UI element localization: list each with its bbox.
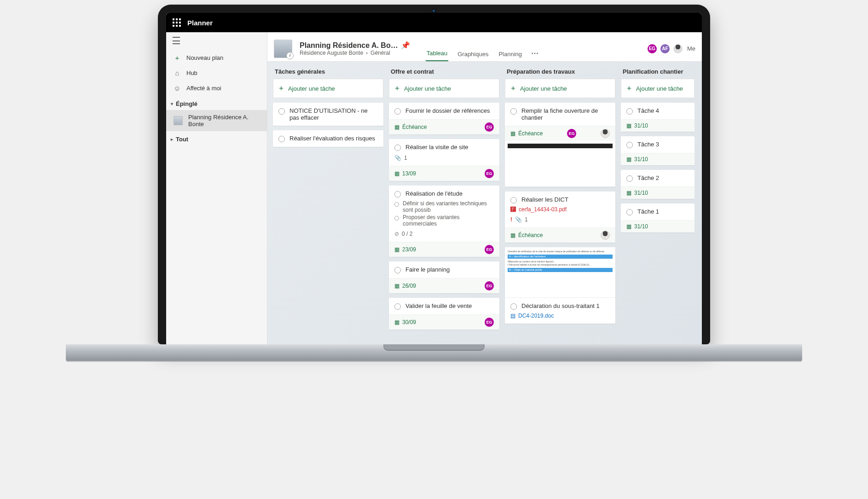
add-task-button[interactable]: +Ajouter une tâche xyxy=(621,79,694,98)
task-card[interactable]: Réaliser les DICT🅿cerfa_14434-03.pdf!📎1▦… xyxy=(505,191,615,243)
attachment-icon: 📎 xyxy=(394,155,401,161)
due-date: 23/09 xyxy=(402,246,416,253)
task-card[interactable]: Tâche 4▦31/10 xyxy=(621,103,694,132)
task-card[interactable]: Tâche 3▦31/10 xyxy=(621,136,694,165)
tabs-more-icon[interactable]: ⋯ xyxy=(531,49,539,61)
header-members[interactable]: EG AF Me xyxy=(648,43,695,54)
plus-icon: + xyxy=(279,84,284,93)
pdf-icon: 🅿 xyxy=(510,206,516,213)
task-title: Tâche 3 xyxy=(637,141,659,148)
complete-checkbox[interactable] xyxy=(278,108,285,115)
calendar-icon: ▦ xyxy=(626,223,631,230)
bucket: Tâches générales+Ajouter une tâcheNOTICE… xyxy=(273,67,383,339)
due-date: 13/09 xyxy=(402,170,416,177)
assignee-avatar: EG xyxy=(485,245,494,254)
sidebar: + Nouveau plan ⌂ Hub ☺ Affecté à moi ▾ É… xyxy=(166,32,267,344)
subtask-checkbox[interactable] xyxy=(394,216,399,220)
plan-thumbnail-icon xyxy=(174,116,183,125)
complete-checkbox[interactable] xyxy=(394,267,401,273)
subtask-label: Définir si des variantes techniques sont… xyxy=(403,200,494,213)
task-title: Réaliser la visite de site xyxy=(405,144,469,151)
attachment-count: 1 xyxy=(404,155,407,161)
bucket-title: Préparation des travaux xyxy=(505,67,615,79)
sidebar-group-all[interactable]: ▸ Tout xyxy=(166,131,267,145)
content-header: Planning Résidence A. Bo… 📌 Résidence Au… xyxy=(267,32,702,62)
task-card[interactable]: Fournir le dossier de références▦Échéanc… xyxy=(389,103,499,134)
screen-bezel: Planner + Nouveau plan ⌂ Hub xyxy=(158,5,710,344)
task-card[interactable]: Checklist de vérification de la note de … xyxy=(505,247,615,324)
attachment-icon: 📎 xyxy=(515,216,522,223)
task-card[interactable]: Réaliser la visite de site📎1▦13/09EG xyxy=(389,139,499,181)
task-due-footer: ▦31/10 xyxy=(621,119,694,132)
task-card[interactable]: Valider la feuille de vente▦30/09EG xyxy=(389,298,499,330)
complete-checkbox[interactable] xyxy=(626,209,633,215)
app-body: + Nouveau plan ⌂ Hub ☺ Affecté à moi ▾ É… xyxy=(166,32,702,344)
task-due-footer: ▦30/09EG xyxy=(389,314,499,330)
add-task-button[interactable]: +Ajouter une tâche xyxy=(505,79,615,98)
task-due-footer: ▦31/10 xyxy=(621,220,694,232)
person-icon: ☺ xyxy=(174,84,181,92)
complete-checkbox[interactable] xyxy=(626,175,633,182)
complete-checkbox[interactable] xyxy=(510,303,517,310)
complete-checkbox[interactable] xyxy=(394,303,401,310)
titlebar: Planner xyxy=(166,13,702,32)
add-task-button[interactable]: +Ajouter une tâche xyxy=(273,79,383,98)
task-due-footer: ▦23/09EG xyxy=(389,242,499,257)
complete-checkbox[interactable] xyxy=(278,136,285,142)
pin-icon[interactable]: 📌 xyxy=(401,41,410,50)
add-task-label: Ajouter une tâche xyxy=(288,85,335,92)
task-card[interactable]: NOTICE D'UTILISATION - ne pas effacer xyxy=(273,103,383,126)
breadcrumb-parent[interactable]: Résidence Auguste Bonte xyxy=(300,50,363,56)
task-card[interactable]: Remplir la fiche ouverture de chantier▦É… xyxy=(505,103,615,187)
sidebar-group-label: Épinglé xyxy=(176,100,197,107)
board: Tâches générales+Ajouter une tâcheNOTICE… xyxy=(267,62,702,344)
assignee-avatar: EG xyxy=(485,281,494,290)
sidebar-item-new-plan[interactable]: + Nouveau plan xyxy=(166,50,267,65)
checklist-icon: ⊘ xyxy=(394,231,399,237)
due-date: 31/10 xyxy=(634,156,648,162)
complete-checkbox[interactable] xyxy=(626,142,633,148)
sidebar-item-hub[interactable]: ⌂ Hub xyxy=(166,65,267,81)
task-card[interactable]: Réalisation de l'étudeDéfinir si des var… xyxy=(389,186,499,257)
complete-checkbox[interactable] xyxy=(510,197,517,203)
tab-tableau[interactable]: Tableau xyxy=(426,50,449,61)
complete-checkbox[interactable] xyxy=(626,108,633,115)
complete-checkbox[interactable] xyxy=(394,108,401,115)
attachment-link[interactable]: 🅿cerfa_14434-03.pdf xyxy=(510,206,610,213)
task-due-footer: ▦ÉchéanceEG xyxy=(505,126,615,141)
add-task-button[interactable]: +Ajouter une tâche xyxy=(389,79,499,98)
subtask-checkbox[interactable] xyxy=(394,202,399,207)
sidebar-group-pinned[interactable]: ▾ Épinglé xyxy=(166,96,267,110)
sidebar-collapse-button[interactable] xyxy=(166,32,267,50)
due-date: 30/09 xyxy=(402,319,416,325)
task-card[interactable]: Tâche 2▦31/10 xyxy=(621,170,694,199)
complete-checkbox[interactable] xyxy=(394,191,401,197)
priority-high-icon: ! xyxy=(510,216,512,223)
attachment-link[interactable]: ▤DC4-2019.doc xyxy=(510,313,610,319)
tab-planning[interactable]: Planning xyxy=(498,51,523,61)
plus-icon: + xyxy=(627,84,631,93)
calendar-icon: ▦ xyxy=(394,283,399,289)
plan-avatar[interactable] xyxy=(274,40,292,58)
app-launcher-icon[interactable] xyxy=(173,18,181,27)
task-meta: !📎1 xyxy=(510,216,610,223)
sidebar-item-assigned[interactable]: ☺ Affecté à moi xyxy=(166,81,267,96)
breadcrumb-child[interactable]: Général xyxy=(370,50,390,56)
sidebar-pinned-plan[interactable]: Planning Résidence A. Bonte xyxy=(166,110,267,131)
task-title: Tâche 2 xyxy=(637,174,659,181)
task-card[interactable]: Réaliser l'évaluation des risques xyxy=(273,130,383,147)
task-card[interactable]: Tâche 1▦31/10 xyxy=(621,203,694,232)
complete-checkbox[interactable] xyxy=(394,145,401,151)
doc-icon: ▤ xyxy=(510,313,515,319)
subtask-item[interactable]: Définir si des variantes techniques sont… xyxy=(394,200,494,213)
bucket-title: Planification chantier xyxy=(621,67,694,79)
chevron-right-icon: ▸ xyxy=(171,137,173,142)
tab-graphiques[interactable]: Graphiques xyxy=(457,51,489,61)
task-title: Réaliser les DICT xyxy=(521,196,568,203)
task-due-footer: ▦31/10 xyxy=(621,186,694,199)
task-card[interactable]: Faire le planning▦26/09EG xyxy=(389,261,499,293)
task-title: Réalisation de l'étude xyxy=(405,190,463,197)
complete-checkbox[interactable] xyxy=(510,108,517,115)
calendar-icon: ▦ xyxy=(394,319,399,325)
subtask-item[interactable]: Proposer des variantes commerciales xyxy=(394,214,494,227)
